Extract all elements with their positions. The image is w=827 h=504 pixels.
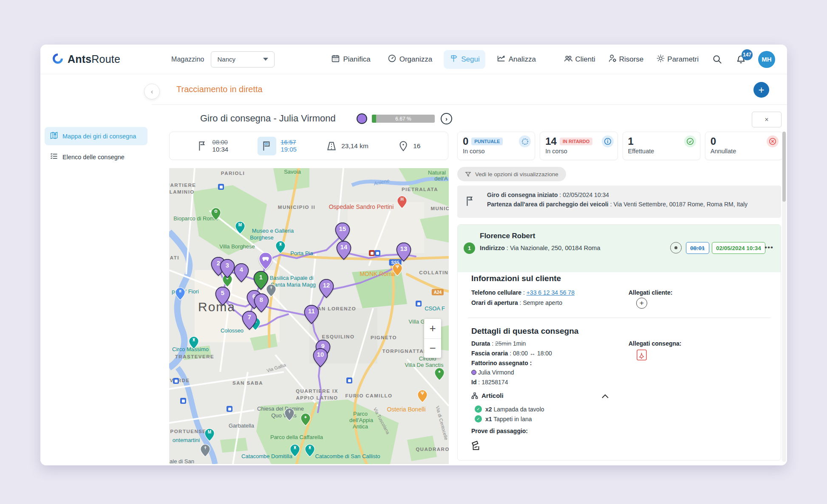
map-label: Via di Centocelle (435, 405, 449, 441)
route-progress-bar: 6.67 % (372, 115, 435, 123)
add-attachment-button[interactable]: + (636, 298, 647, 309)
poi-pin[interactable]: ¤ (175, 287, 185, 301)
stop-marker-4[interactable]: 4 (234, 263, 249, 282)
add-button[interactable]: + (753, 82, 769, 98)
map-zoom-control: + − (424, 319, 441, 358)
poi-pin[interactable]: ♜ (290, 444, 300, 457)
signature-proof-icon[interactable] (470, 440, 481, 453)
stop-marker-5[interactable]: 5 (215, 286, 230, 306)
nav-item-pianifica[interactable]: Pianifica (326, 50, 376, 69)
nav-item-organizza[interactable]: Organizza (382, 50, 438, 69)
funnel-icon (465, 171, 471, 177)
stop-marker-1[interactable]: 1 (253, 270, 269, 290)
gauge-icon (388, 54, 397, 65)
poi-pin[interactable]: M (204, 428, 215, 442)
stop-marker-15[interactable]: 15 (335, 222, 350, 242)
divider (468, 318, 770, 318)
hours-row: Orari di apertura : Sempre aperto (471, 299, 562, 306)
sidebar-item[interactable]: Elenco delle consegne (45, 148, 147, 166)
nav-item-risorse[interactable]: Risorse (607, 51, 645, 68)
zoom-in-button[interactable]: + (424, 319, 441, 339)
stat-stops: 16 (398, 141, 420, 152)
collapse-articles-button[interactable] (601, 393, 609, 400)
customer-info-title: Informazioni sul cliente (471, 274, 561, 283)
finish-flag-icon (258, 137, 276, 155)
poi-pin[interactable]: ✿ (211, 208, 221, 221)
chart-icon (497, 54, 506, 65)
cross-icon (767, 135, 779, 147)
duration-row: Durata : 25min 1min (471, 340, 526, 347)
map-label: UARTIERE (169, 183, 196, 188)
stop-marker-7[interactable]: 7 (242, 310, 257, 330)
transit-station-icon (180, 398, 186, 404)
map-label: Osteria Bonelli (387, 406, 425, 413)
status-card-puntuale: 0PUNTUALEIn corso (457, 132, 535, 160)
panel-scrollbar[interactable] (782, 132, 786, 462)
display-options-filter[interactable]: Vedi le opzioni di visualizzazione (457, 167, 566, 181)
brand-logo[interactable]: AntsRoute (51, 52, 120, 67)
info-icon (602, 135, 614, 147)
map-label: ale di San (170, 458, 194, 465)
stop-marker-14[interactable]: 14 (336, 240, 351, 260)
map-label: Porta Pia (290, 250, 313, 256)
poi-pin[interactable]: ♜ (275, 241, 286, 254)
sidebar-item[interactable]: Mappa dei giri di consegna (45, 127, 147, 145)
map-label: Santa Maria Magg (271, 282, 316, 288)
zoom-out-button[interactable]: − (424, 339, 441, 358)
nav-item-analizza[interactable]: Analizza (491, 50, 541, 69)
poi-pin[interactable]: ♠ (300, 413, 311, 426)
stop-marker-3[interactable]: 3 (220, 259, 235, 278)
poi-pin[interactable]: Ψ (392, 263, 402, 276)
more-options-button[interactable]: ••• (765, 243, 773, 252)
warehouse-select[interactable]: Nancy (211, 51, 275, 68)
stop-marker-12[interactable]: 12 (319, 279, 334, 298)
stop-marker-11[interactable]: 11 (304, 304, 319, 324)
poi-pin[interactable]: H (397, 196, 407, 209)
map-label: MUNICIP (430, 206, 449, 211)
search-button[interactable] (711, 53, 723, 66)
poi-pin[interactable]: ♜ (305, 444, 315, 457)
user-avatar[interactable]: MH (758, 51, 775, 68)
stat-start-time: 08:0010:34 (197, 139, 229, 153)
map-label: Ospedale Sandro Pertini (329, 203, 394, 210)
pdf-attachment-icon[interactable] (637, 349, 647, 360)
phone-link[interactable]: +33 6 12 34 56 78 (527, 289, 575, 296)
nav-item-segui[interactable]: Segui (444, 50, 485, 69)
status-cards: 0PUNTUALEIn corso14IN RITARDOIn corso1Ef… (457, 132, 783, 160)
map-label: ontemartini (173, 437, 200, 443)
nav-item-clienti[interactable]: Clienti (563, 51, 596, 68)
poi-pin[interactable]: ✝ (284, 408, 295, 421)
transit-station-icon (218, 184, 224, 190)
poi-pin[interactable]: ✝ (200, 444, 210, 457)
map-label: dell'Appia (349, 417, 373, 423)
transit-station-icon (369, 250, 375, 256)
map-label: QUARTIERE IX (296, 389, 338, 394)
map-label: COLLATINO (419, 270, 449, 275)
check-icon (684, 135, 696, 147)
status-card-annullate: 0Annullate (705, 132, 783, 160)
poi-pin[interactable]: ♠ (434, 368, 445, 381)
notifications-button[interactable]: 147 (734, 53, 747, 66)
close-panel-button[interactable]: × (752, 112, 782, 127)
vehicle-marker[interactable] (258, 252, 273, 270)
map-label: Antica (353, 423, 368, 430)
stop-marker-13[interactable]: 13 (396, 242, 411, 262)
map-label: MUNICIPIO II (278, 205, 315, 210)
locate-stop-icon[interactable] (670, 242, 682, 253)
road-badge-a24: A24 (432, 289, 444, 296)
app-window: AntsRoute Magazzino Nancy PianificaOrgan… (40, 45, 787, 465)
poi-pin[interactable]: Ψ (417, 390, 428, 403)
poi-pin[interactable]: ♜ (189, 336, 199, 349)
back-button[interactable]: ‹ (144, 84, 160, 99)
check-icon: ✓ (475, 415, 482, 422)
map-label: Via Tuscolana (373, 407, 391, 435)
nav-item-parametri[interactable]: Parametri (655, 51, 700, 68)
next-route-button[interactable]: › (441, 113, 452, 124)
articles-header[interactable]: Articoli (471, 392, 504, 399)
poi-pin[interactable]: M (235, 221, 245, 234)
stop-marker-10[interactable]: 10 (313, 348, 328, 367)
map-label: PIGNETO (371, 335, 397, 340)
map-canvas[interactable]: PARIOLIUARTIEREFLAMINIOMUNICIPIO IIPIETR… (169, 168, 449, 464)
page: AntsRoute Magazzino Nancy PianificaOrgan… (0, 0, 827, 504)
stop-marker-8[interactable]: 8 (254, 293, 269, 313)
